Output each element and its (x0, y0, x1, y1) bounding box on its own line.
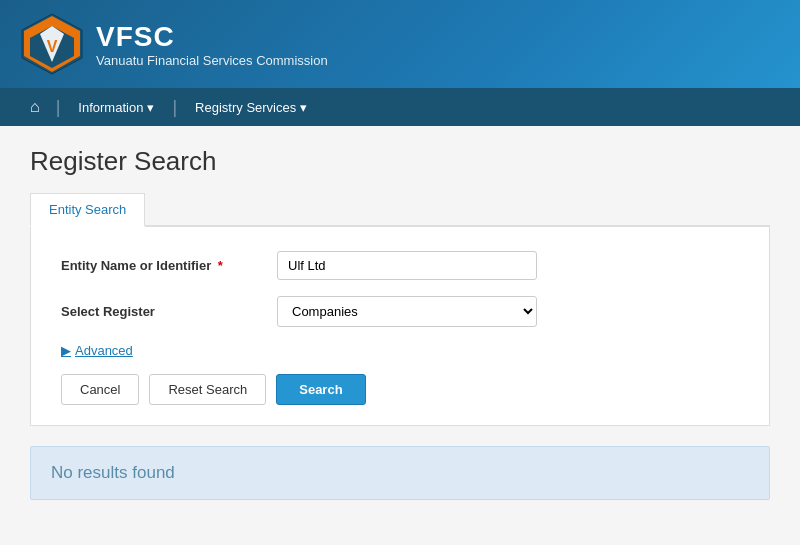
advanced-toggle-button[interactable]: ▶ Advanced (61, 343, 133, 358)
page-title: Register Search (30, 146, 770, 177)
org-full-name: Vanuatu Financial Services Commission (96, 53, 328, 68)
header-top: V VFSC Vanuatu Financial Services Commis… (0, 0, 800, 88)
home-icon: ⌂ (30, 98, 40, 116)
entity-name-input[interactable] (277, 251, 537, 280)
org-acronym: VFSC (96, 21, 328, 53)
org-text: VFSC Vanuatu Financial Services Commissi… (96, 21, 328, 68)
cancel-button[interactable]: Cancel (61, 374, 139, 405)
site-header: V VFSC Vanuatu Financial Services Commis… (0, 0, 800, 126)
nav-separator-2: | (172, 97, 177, 118)
vfsc-logo: V (20, 12, 84, 76)
button-row: Cancel Reset Search Search (61, 374, 739, 405)
nav-registry-services[interactable]: Registry Services ▾ (183, 92, 319, 123)
entity-name-label: Entity Name or Identifier * (61, 258, 261, 273)
nav-information[interactable]: Information ▾ (66, 92, 166, 123)
nav-registry-services-label: Registry Services (195, 100, 296, 115)
home-button[interactable]: ⌂ (20, 90, 50, 124)
chevron-down-icon-2: ▾ (300, 100, 307, 115)
select-register-dropdown[interactable]: Companies Partnerships Trusts Foundation… (277, 296, 537, 327)
select-register-row: Select Register Companies Partnerships T… (61, 296, 739, 327)
triangle-right-icon: ▶ (61, 343, 71, 358)
main-content: Register Search Entity Search Entity Nam… (0, 126, 800, 540)
reset-search-button[interactable]: Reset Search (149, 374, 266, 405)
svg-text:V: V (47, 38, 58, 55)
select-register-label: Select Register (61, 304, 261, 319)
tab-bar: Entity Search (30, 193, 770, 227)
advanced-label: Advanced (75, 343, 133, 358)
entity-name-row: Entity Name or Identifier * (61, 251, 739, 280)
search-button[interactable]: Search (276, 374, 365, 405)
nav-separator-1: | (56, 97, 61, 118)
required-star: * (214, 258, 223, 273)
navbar: ⌂ | Information ▾ | Registry Services ▾ (0, 88, 800, 126)
logo-container: V VFSC Vanuatu Financial Services Commis… (20, 12, 328, 76)
no-results-banner: No results found (30, 446, 770, 500)
tab-entity-search[interactable]: Entity Search (30, 193, 145, 227)
no-results-text: No results found (51, 463, 175, 482)
chevron-down-icon-1: ▾ (147, 100, 154, 115)
nav-information-label: Information (78, 100, 143, 115)
search-form: Entity Name or Identifier * Select Regis… (30, 227, 770, 426)
